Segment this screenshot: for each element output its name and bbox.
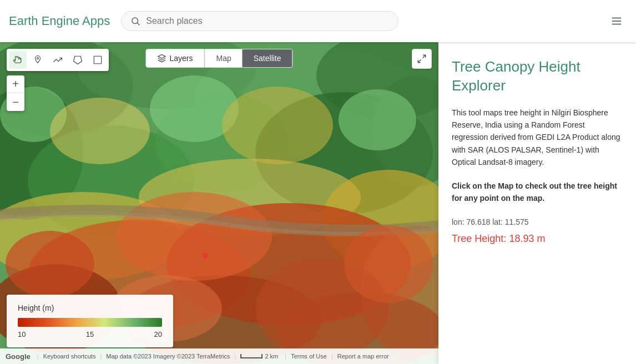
search-icon (130, 16, 140, 26)
map-area[interactable]: Layers Map Satellite + − Height (m) 10 1… (0, 42, 438, 364)
legend-title: Height (m) (18, 304, 162, 312)
rectangle-tool-button[interactable] (89, 51, 107, 69)
legend: Height (m) 10 15 20 (7, 295, 173, 347)
report-error-link[interactable]: Report a map error (337, 353, 389, 360)
legend-labels: 10 15 20 (18, 330, 162, 338)
map-controls: Layers Map Satellite (145, 49, 292, 68)
google-logo: Google (6, 352, 31, 361)
svg-marker-35 (74, 56, 82, 64)
scale-label: 2 km (265, 353, 278, 360)
svg-point-0 (132, 18, 138, 24)
map-marker (203, 253, 208, 259)
hand-tool-button[interactable] (9, 51, 27, 69)
line-tool-button[interactable] (49, 51, 67, 69)
fullscreen-button[interactable] (412, 49, 432, 69)
zoom-controls: + − (7, 75, 24, 111)
panel-description: This tool maps tree height in Nilgiri Bi… (452, 107, 623, 169)
panel-cta-text: Click on the Map to check out the tree h… (452, 181, 617, 203)
svg-point-34 (37, 58, 39, 59)
marker-tool-button[interactable] (29, 51, 47, 69)
svg-point-31 (6, 231, 94, 297)
scale-line (240, 354, 263, 358)
terms-link[interactable]: Terms of Use (291, 353, 327, 360)
svg-point-29 (117, 192, 272, 281)
layers-label: Layers (169, 54, 193, 63)
polygon-tool-button[interactable] (69, 51, 87, 69)
line-icon (53, 55, 63, 65)
layers-icon (157, 54, 166, 63)
rect-icon (93, 55, 103, 65)
scale-bar: 2 km (240, 353, 278, 360)
map-footer: Google | Keyboard shortcuts | Map data ©… (0, 348, 438, 364)
pin-icon (33, 55, 43, 65)
svg-line-38 (423, 55, 426, 58)
panel-cta: Click on the Map to check out the tree h… (452, 180, 623, 205)
svg-line-1 (138, 23, 140, 25)
map-satellite-toggle: Map Satellite (204, 49, 292, 68)
right-panel: Tree Canopy Height Explorer This tool ma… (438, 42, 636, 364)
search-input[interactable] (146, 16, 389, 26)
layers-button[interactable]: Layers (145, 49, 204, 68)
svg-point-33 (344, 225, 433, 303)
footer-sep4: | (285, 353, 286, 360)
legend-max: 20 (154, 330, 162, 338)
panel-title: Tree Canopy Height Explorer (452, 58, 623, 95)
app-title: Earth Engine Apps (9, 14, 110, 28)
map-toolbar (7, 49, 109, 71)
hand-icon (13, 55, 23, 65)
svg-line-39 (418, 60, 421, 63)
footer-sep3: | (235, 353, 236, 360)
search-container[interactable] (121, 11, 398, 31)
svg-marker-37 (158, 54, 165, 58)
footer-sep5: | (331, 353, 333, 360)
footer-sep2: | (100, 353, 102, 360)
satellite-toggle-button[interactable]: Satellite (243, 49, 292, 67)
legend-min: 10 (18, 330, 26, 338)
shape-icon (73, 55, 83, 65)
svg-point-28 (222, 87, 333, 164)
keyboard-shortcuts-link[interactable]: Keyboard shortcuts (43, 353, 96, 360)
coordinates: lon: 76.618 lat: 11.575 (452, 218, 623, 226)
header: Earth Engine Apps (0, 0, 636, 42)
legend-mid: 15 (86, 330, 94, 338)
fullscreen-icon (417, 54, 427, 64)
footer-sep1: | (37, 353, 39, 360)
menu-button[interactable] (606, 11, 627, 32)
svg-point-26 (339, 89, 416, 150)
map-data-label: Map data ©2023 Imagery ©2023 TerraMetric… (106, 353, 230, 360)
svg-rect-36 (94, 56, 102, 64)
legend-gradient (18, 318, 162, 327)
zoom-out-button[interactable]: − (7, 93, 24, 111)
tree-height: Tree Height: 18.93 m (452, 233, 623, 245)
map-toggle-button[interactable]: Map (205, 49, 242, 67)
zoom-in-button[interactable]: + (7, 75, 24, 93)
menu-icon (610, 15, 623, 27)
svg-point-27 (50, 98, 150, 164)
